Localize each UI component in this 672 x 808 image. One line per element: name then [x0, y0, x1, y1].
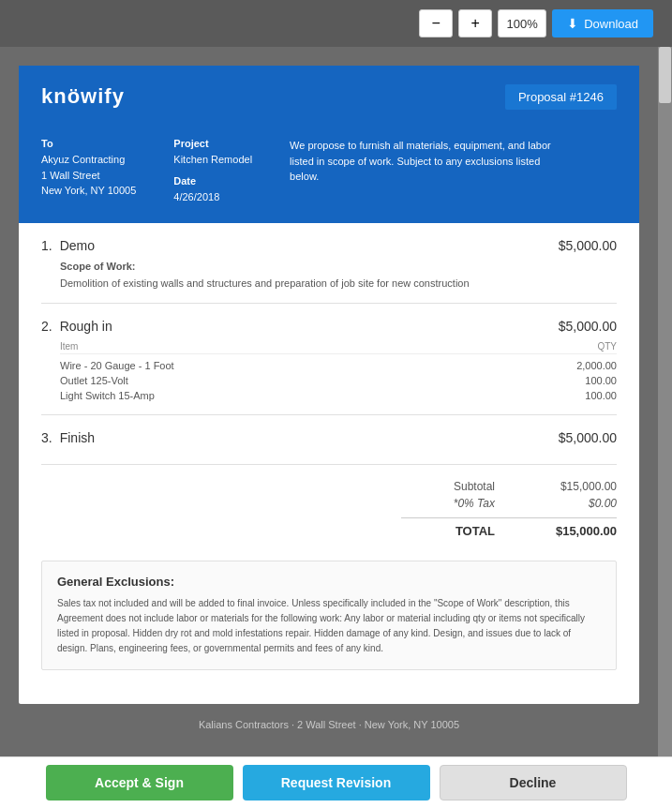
main-scrollbar[interactable] [658, 47, 672, 756]
accept-sign-button[interactable]: Accept & Sign [46, 765, 233, 801]
line-item-num: 3. [41, 430, 52, 445]
footer-text: Kalians Contractors · 2 Wall Street · Ne… [19, 719, 639, 740]
to-address1: 1 Wall Street [41, 168, 136, 184]
to-section: To Akyuz Contracting 1 Wall Street New Y… [41, 138, 136, 204]
doc-info: To Akyuz Contracting 1 Wall Street New Y… [19, 128, 639, 223]
sub-item-row: Light Switch 15-Amp 100.00 [60, 388, 617, 403]
date-label: Date [173, 175, 252, 187]
exclusions-title: General Exclusions: [57, 575, 601, 589]
grand-total-value: $15,000.00 [532, 524, 617, 538]
download-button[interactable]: ⬇ Download [552, 9, 653, 37]
doc-header: knöwify Proposal #1246 [19, 66, 639, 128]
scrollbar-thumb [659, 47, 671, 103]
line-item-name: Rough in [60, 319, 112, 334]
line-item-title: 2. Rough in [41, 319, 112, 334]
sub-items-header-qty: QTY [597, 341, 617, 352]
sub-items-header-item: Item [60, 341, 78, 352]
line-item: 3. Finish $5,000.00 [41, 415, 617, 465]
line-item-title: 1. Demo [41, 238, 95, 253]
exclusions-box: General Exclusions: Sales tax not includ… [41, 561, 617, 670]
zoom-level: 100% [498, 9, 546, 37]
project-name: Kitchen Remodel [173, 152, 252, 168]
tax-row: *0% Tax $0.00 [401, 497, 617, 510]
grand-total-label: TOTAL [401, 524, 495, 538]
header-description: We propose to furnish all materials, equ… [290, 138, 552, 204]
sub-items: Item QTY Wire - 20 Gauge - 1 Foot 2,000.… [60, 341, 617, 403]
sub-items-header: Item QTY [60, 341, 617, 354]
logo: knöwify [41, 84, 125, 109]
toolbar: − + 100% ⬇ Download [0, 0, 672, 47]
line-item-price: $5,000.00 [559, 238, 617, 253]
request-revision-button[interactable]: Request Revision [243, 765, 430, 801]
subtotal-row: Subtotal $15,000.00 [401, 480, 617, 493]
scope-text: Demolition of existing walls and structu… [60, 276, 617, 292]
line-item: 1. Demo $5,000.00 Scope of Work: Demolit… [41, 223, 617, 304]
totals-section: Subtotal $15,000.00 *0% Tax $0.00 TOTAL … [41, 465, 617, 546]
line-item-num: 1. [41, 238, 52, 253]
line-item-name: Finish [60, 430, 95, 445]
sub-item-row: Outlet 125-Volt 100.00 [60, 373, 617, 388]
line-item-name: Demo [60, 238, 95, 253]
line-item-header: 2. Rough in $5,000.00 [41, 319, 617, 334]
line-item-title: 3. Finish [41, 430, 95, 445]
download-icon: ⬇ [567, 16, 578, 31]
action-bar: Accept & Sign Request Revision Decline [0, 756, 672, 808]
decline-button[interactable]: Decline [440, 765, 627, 801]
line-item-num: 2. [41, 319, 52, 334]
content-area[interactable]: knöwify Proposal #1246 To Akyuz Contract… [0, 47, 658, 756]
exclusions-text: Sales tax not included and will be added… [57, 596, 601, 656]
line-item-price: $5,000.00 [559, 430, 617, 445]
zoom-in-button[interactable]: + [458, 9, 492, 37]
subtotal-label: Subtotal [401, 480, 495, 493]
line-item-header: 1. Demo $5,000.00 [41, 238, 617, 253]
document: knöwify Proposal #1246 To Akyuz Contract… [19, 66, 639, 704]
to-label: To [41, 138, 136, 149]
subtotal-value: $15,000.00 [532, 480, 617, 493]
doc-body: 1. Demo $5,000.00 Scope of Work: Demolit… [19, 223, 639, 704]
tax-label: *0% Tax [401, 497, 495, 510]
scope-label: Scope of Work: [60, 261, 617, 272]
sub-item-row: Wire - 20 Gauge - 1 Foot 2,000.00 [60, 358, 617, 373]
to-name: Akyuz Contracting [41, 152, 136, 168]
tax-value: $0.00 [532, 497, 617, 510]
zoom-out-button[interactable]: − [419, 9, 453, 37]
proposal-badge: Proposal #1246 [505, 84, 617, 110]
project-section: Project Kitchen Remodel Date 4/26/2018 [173, 138, 252, 204]
to-address2: New York, NY 10005 [41, 183, 136, 199]
line-item: 2. Rough in $5,000.00 Item QTY Wire - 20… [41, 304, 617, 415]
line-item-price: $5,000.00 [559, 319, 617, 334]
grand-total-row: TOTAL $15,000.00 [401, 517, 617, 538]
project-label: Project [173, 138, 252, 149]
line-item-header: 3. Finish $5,000.00 [41, 430, 617, 445]
date-value: 4/26/2018 [173, 189, 252, 205]
